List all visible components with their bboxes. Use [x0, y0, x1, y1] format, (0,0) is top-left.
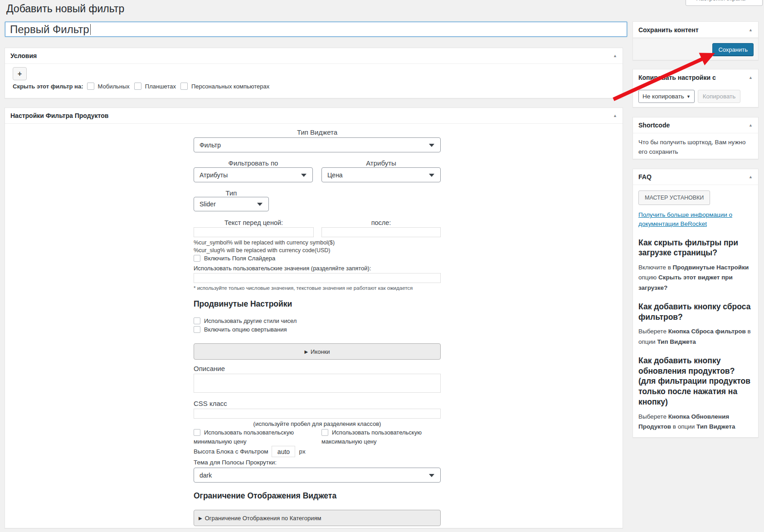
scrollbar-theme-label: Тема для Полосы Прокрутки:: [194, 459, 277, 466]
min-price-label: Использовать пользовательскую минимальну…: [194, 429, 294, 445]
tablet-checkbox[interactable]: [134, 83, 141, 90]
mobile-label: Мобильных: [98, 83, 130, 90]
setup-wizard-button[interactable]: МАСТЕР УСТАНОВКИ: [638, 190, 710, 205]
copy-source-select[interactable]: Не копировать ▼: [638, 90, 695, 103]
type-value: Slider: [200, 200, 216, 208]
widget-limit-heading: Ограничение Отображения Виджета: [194, 491, 336, 501]
chevron-down-icon: [429, 474, 434, 477]
desktop-checkbox[interactable]: [180, 83, 188, 90]
max-price-option: Использовать пользовательскую максимальн…: [321, 428, 428, 446]
faq-answer-3: Выберете Кнопка Обновления Продуктов в о…: [638, 412, 753, 432]
icons-button-label: Иконки: [311, 348, 330, 355]
cur-symbol-note: %cur_symbol% will be replaced with curre…: [194, 239, 335, 246]
collapse-icon[interactable]: ▲: [613, 113, 617, 118]
chevron-down-icon: [429, 174, 434, 177]
mobile-checkbox[interactable]: [87, 83, 94, 90]
faq-title: FAQ: [638, 173, 652, 181]
text-before-price-input[interactable]: [194, 227, 314, 237]
device-tablet-option: Планшетах: [134, 83, 176, 90]
shortcode-text: Что бы получить шорткод, Вам нужно его с…: [633, 133, 758, 161]
add-condition-button[interactable]: +: [13, 67, 27, 80]
min-price-checkbox[interactable]: [194, 429, 200, 436]
caret-right-icon: ▶: [304, 349, 308, 354]
collapse-option-label: Включить опцию свертывания: [204, 326, 287, 333]
conditions-panel-title: Условия: [10, 52, 37, 59]
copy-settings-title: Копировать настройки с: [638, 74, 716, 81]
custom-values-input[interactable]: [194, 273, 441, 283]
css-class-note: (используйте пробел для разделения класс…: [194, 420, 441, 427]
faq-header[interactable]: FAQ ▲: [633, 169, 758, 185]
attributes-select[interactable]: Цена: [321, 167, 441, 182]
custom-values-note: * используйте только числовые значения, …: [194, 285, 413, 291]
widget-type-value: Фильтр: [200, 142, 221, 149]
min-price-option: Использовать пользовательскую минимальну…: [194, 428, 300, 446]
save-button[interactable]: Сохранить: [712, 43, 754, 56]
description-textarea[interactable]: [194, 374, 441, 393]
copy-button[interactable]: Копировать: [698, 90, 740, 103]
type-select[interactable]: Slider: [194, 197, 269, 211]
documentation-link[interactable]: Получить больше информации о документаци…: [638, 210, 753, 229]
filter-settings-panel: Настройки Фильтра Продуктов ▲ Тип Виджет…: [5, 107, 623, 528]
caret-right-icon: ▶: [199, 516, 202, 521]
filter-height-row: Высота Блока с Фильтром px: [194, 446, 306, 457]
number-styles-checkbox[interactable]: [194, 317, 200, 324]
collapse-icon[interactable]: ▲: [749, 123, 753, 127]
scrollbar-theme-select[interactable]: dark: [194, 468, 441, 483]
filter-by-select[interactable]: Атрибуты: [194, 167, 313, 182]
page-title: Добавить новый фильтр: [6, 3, 124, 15]
filter-height-label: Высота Блока с Фильтром: [194, 448, 268, 455]
copy-settings-body: Не копировать ▼ Копировать: [633, 85, 758, 107]
copy-settings-header[interactable]: Копировать настройки с ▲: [633, 69, 758, 85]
attributes-label: Атрибуты: [321, 159, 441, 167]
collapse-icon[interactable]: ▲: [749, 175, 753, 179]
collapse-option-checkbox[interactable]: [194, 326, 200, 333]
slider-fields-checkbox[interactable]: [194, 255, 200, 262]
conditions-panel-header[interactable]: Условия ▲: [5, 48, 623, 64]
max-price-checkbox[interactable]: [321, 429, 328, 436]
save-panel-header[interactable]: Сохранить контент ▲: [633, 22, 758, 38]
collapse-icon[interactable]: ▲: [613, 54, 617, 58]
advanced-settings-heading: Продвинутые Настройки: [194, 299, 292, 309]
text-caret: [90, 24, 91, 35]
hide-filter-row: Скрыть этот фильтр на: Мобильных Планшет…: [13, 83, 274, 90]
text-after-price-label: после:: [321, 219, 441, 226]
filter-settings-header[interactable]: Настройки Фильтра Продуктов ▲: [5, 108, 623, 124]
category-limit-button[interactable]: ▶ Ограничение Отображения по Категориям: [194, 510, 441, 526]
conditions-panel: Условия ▲ + Скрыть этот фильтр на: Мобил…: [5, 48, 623, 98]
chevron-down-icon: [301, 174, 307, 177]
filter-height-input[interactable]: [272, 446, 295, 457]
css-class-input[interactable]: [194, 409, 441, 419]
scrollbar-theme-value: dark: [200, 472, 212, 479]
hide-filter-label: Скрыть этот фильтр на:: [13, 83, 83, 90]
faq-question-3: Как добавить кнопку обновления продуктов…: [638, 356, 753, 407]
slider-fields-label: Включить Поля Слайдера: [204, 255, 275, 262]
page: Добавить новый фильтр Настройки экрана ▲…: [0, 0, 764, 532]
icons-button[interactable]: ▶ Иконки: [194, 343, 441, 360]
save-panel: Сохранить контент ▲ Сохранить: [633, 21, 759, 60]
filter-height-unit: px: [299, 448, 305, 455]
category-limit-label: Ограничение Отображения по Категориям: [205, 515, 321, 522]
collapse-option: Включить опцию свертывания: [194, 326, 287, 333]
widget-type-select[interactable]: Фильтр: [194, 137, 441, 152]
chevron-down-icon: [429, 144, 434, 147]
filter-title-value: Первый Фильтр: [10, 23, 89, 36]
faq-question-2: Как добавить кнопку сброса фильтров?: [638, 302, 753, 322]
slider-fields-option: Включить Поля Слайдера: [194, 255, 275, 262]
text-before-price-label: Текст перед ценой:: [194, 219, 314, 226]
number-styles-option: Использовать другие стили чисел: [194, 317, 297, 324]
faq-answer-2: Выберете Кнопка Сброса фильтров в опции …: [638, 327, 753, 347]
shortcode-header[interactable]: Shortcode ▲: [633, 117, 758, 133]
shortcode-title: Shortcode: [638, 122, 670, 129]
collapse-icon[interactable]: ▲: [749, 28, 753, 32]
filter-title-input[interactable]: Первый Фильтр: [5, 22, 627, 37]
max-price-label: Использовать пользовательскую максимальн…: [321, 429, 422, 445]
copy-source-value: Не копировать: [642, 93, 684, 100]
collapse-icon[interactable]: ▲: [749, 75, 753, 80]
text-after-price-input[interactable]: [321, 227, 441, 237]
screen-options-button[interactable]: Настройки экрана ▲: [686, 0, 763, 6]
description-label: Описание: [194, 365, 225, 372]
tablet-label: Планшетах: [145, 83, 176, 90]
filter-settings-title: Настройки Фильтра Продуктов: [10, 112, 108, 119]
shortcode-panel: Shortcode ▲ Что бы получить шорткод, Вам…: [633, 117, 759, 159]
type-label: Тип: [194, 189, 269, 197]
